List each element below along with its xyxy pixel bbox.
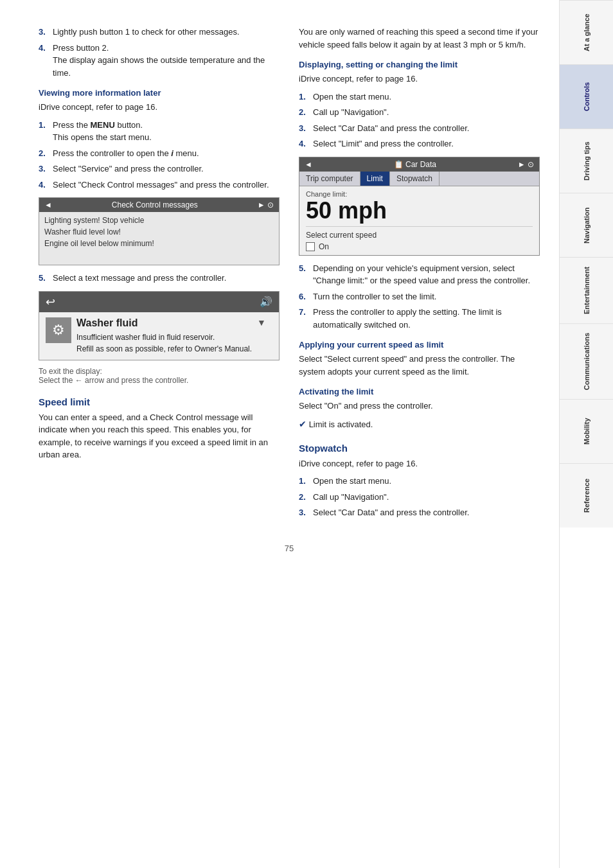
washer-icon: ⚙: [46, 317, 71, 343]
select-current-speed: Select current speed: [306, 231, 533, 240]
exit-text: To exit the display: Select the ← arrow …: [39, 367, 280, 385]
exit-label: To exit the display:: [39, 367, 102, 376]
step-list-5: 5. Select a text message and press the c…: [39, 272, 280, 285]
idrive-ref-right: iDrive concept, refer to page 16.: [299, 73, 540, 85]
sidebar-tab-communications[interactable]: Communications: [560, 323, 613, 399]
step-text: Turn the controller to set the limit.: [313, 290, 540, 303]
step-number: 3.: [299, 122, 309, 135]
tab-limit[interactable]: Limit: [360, 172, 390, 186]
checkmark-icon: ✔: [299, 419, 306, 429]
step-number: 3.: [299, 506, 309, 519]
menu-bold: MENU: [91, 120, 115, 130]
sidebar-tab-navigation[interactable]: Navigation: [560, 193, 613, 257]
speed-unit: mph: [338, 197, 387, 224]
speed-value: 50 mph: [306, 199, 533, 222]
two-col-layout: 3. Lightly push button 1 to check for ot…: [39, 26, 540, 524]
car-data-header: ◄ 📋 Car Data ► ⊙: [299, 157, 539, 172]
check-control-box: ◄ Check Control messages ► ⊙ Lighting sy…: [39, 197, 280, 265]
displaying-title: Displaying, setting or changing the limi…: [299, 60, 540, 69]
step-number: 1.: [39, 119, 49, 144]
step-text: Call up "Navigation".: [313, 106, 540, 119]
tab-trip-computer[interactable]: Trip computer: [299, 172, 360, 186]
sidebar-tab-mobility[interactable]: Mobility: [560, 399, 613, 463]
message-box-header: ↩ 🔊: [39, 292, 279, 312]
list-item: 3. Select "Car Data" and press the contr…: [299, 122, 540, 135]
check-control-item: Washer fluid level low!: [44, 226, 274, 238]
steps-after-box: 5. Depending on your vehicle's equipment…: [299, 262, 540, 332]
washer-text: Insufficient washer fluid in fluid reser…: [76, 332, 252, 355]
activating-body: Select "On" and press the controller.: [299, 400, 540, 412]
step-text: Press the MENU button. This opens the st…: [53, 119, 280, 144]
right-arrow-icon: ► ⊙: [258, 200, 274, 209]
car-data-box: ◄ 📋 Car Data ► ⊙ Trip computer Limit Sto…: [299, 157, 540, 256]
sidebar-tab-at-a-glance[interactable]: At a glance: [560, 0, 613, 64]
warning-text: You are only warned of reaching this spe…: [299, 26, 540, 51]
step-number: 5.: [299, 262, 309, 287]
list-item: 5. Depending on your vehicle's equipment…: [299, 262, 540, 287]
applying-body: Select "Select current speed" and press …: [299, 353, 540, 378]
step-number: 5.: [39, 272, 49, 285]
on-row: On: [306, 242, 533, 251]
list-item: 2. Call up "Navigation".: [299, 106, 540, 119]
activating-title: Activating the limit: [299, 387, 540, 396]
list-item: 3. Lightly push button 1 to check for ot…: [39, 26, 280, 39]
step-subtext: The display again shows the outside temp…: [53, 55, 265, 78]
step-text: Select "Limit" and press the controller.: [313, 137, 540, 150]
step-list-top: 3. Lightly push button 1 to check for ot…: [39, 26, 280, 79]
idrive-ref-left: iDrive concept, refer to page 16.: [39, 101, 280, 114]
check-control-title: Check Control messages: [112, 200, 198, 209]
step-number: 4.: [39, 42, 49, 80]
step-number: 3.: [39, 26, 49, 39]
list-item: 1. Press the MENU button. This opens the…: [39, 119, 280, 144]
list-item: 3. Select "Service" and press the contro…: [39, 163, 280, 175]
stopwatch-idrive-ref: iDrive concept, refer to page 16.: [299, 457, 540, 470]
list-item: 1. Open the start menu.: [299, 475, 540, 488]
stopwatch-steps: 1. Open the start menu. 2. Call up "Navi…: [299, 475, 540, 519]
list-item: 4. Press button 2. The display again sho…: [39, 42, 280, 80]
message-box-body: ⚙ Washer fluid Insufficient washer fluid…: [39, 312, 279, 360]
car-data-content: Change limit: 50 mph Select current spee…: [299, 186, 539, 255]
sidebar-tab-reference[interactable]: Reference: [560, 463, 613, 527]
sidebar-tab-entertainment[interactable]: Entertainment: [560, 257, 613, 323]
applying-title: Applying your current speed as limit: [299, 340, 540, 350]
list-item: 7. Press the controller to apply the set…: [299, 306, 540, 331]
on-label: On: [319, 242, 329, 251]
scroll-indicator: ▼: [257, 317, 269, 328]
step-text: Select a text message and press the cont…: [53, 272, 280, 285]
sidebar-tab-controls[interactable]: Controls: [560, 64, 613, 128]
step-text: Depending on your vehicle's equipment ve…: [313, 262, 540, 287]
step-number: 7.: [299, 306, 309, 331]
nav-arrows: ► ⊙: [258, 200, 274, 209]
step-number: 1.: [299, 475, 309, 488]
checkbox-icon[interactable]: [306, 242, 315, 251]
page-container: 3. Lightly push button 1 to check for ot…: [0, 0, 613, 868]
car-data-left-arrow: ◄: [305, 160, 312, 169]
speed-limit-title: Speed limit: [39, 396, 280, 407]
sidebar-tab-driving-tips[interactable]: Driving tips: [560, 128, 613, 193]
speed-limit-body: You can enter a speed, and a Check Contr…: [39, 411, 280, 461]
step-number: 2.: [299, 106, 309, 119]
step-text: Open the start menu.: [313, 475, 540, 488]
main-content: 3. Lightly push button 1 to check for ot…: [0, 0, 559, 868]
check-control-content: Lighting system! Stop vehicle Washer flu…: [39, 212, 279, 265]
sidebar: At a glance Controls Driving tips Naviga…: [559, 0, 613, 868]
tab-stopwatch[interactable]: Stopwatch: [390, 172, 440, 186]
viewing-steps: 1. Press the MENU button. This opens the…: [39, 119, 280, 191]
checkmark-text: Limit is activated.: [309, 420, 373, 429]
list-item: 6. Turn the controller to set the limit.: [299, 290, 540, 303]
step-text: Select "Car Data" and press the controll…: [313, 122, 540, 135]
washer-fluid-box: ↩ 🔊 ⚙ Washer fluid Insufficient washer f…: [39, 291, 280, 360]
check-control-header: ◄ Check Control messages ► ⊙: [39, 198, 279, 212]
list-item: 4. Select "Limit" and press the controll…: [299, 137, 540, 150]
car-data-right-arrow: ► ⊙: [518, 160, 534, 169]
message-box-text-content: Washer fluid Insufficient washer fluid i…: [76, 317, 252, 355]
step-text: Call up "Navigation".: [313, 491, 540, 504]
left-column: 3. Lightly push button 1 to check for ot…: [39, 26, 280, 524]
step-number: 4.: [39, 179, 49, 191]
stopwatch-title: Stopwatch: [299, 443, 540, 454]
step-text: Press the controller to open the i menu.: [53, 147, 280, 160]
list-item: 5. Select a text message and press the c…: [39, 272, 280, 285]
page-number: 75: [39, 544, 540, 553]
check-control-item: Lighting system! Stop vehicle: [44, 215, 274, 226]
activating-body-text: Select "On" and press the controller.: [299, 401, 433, 411]
